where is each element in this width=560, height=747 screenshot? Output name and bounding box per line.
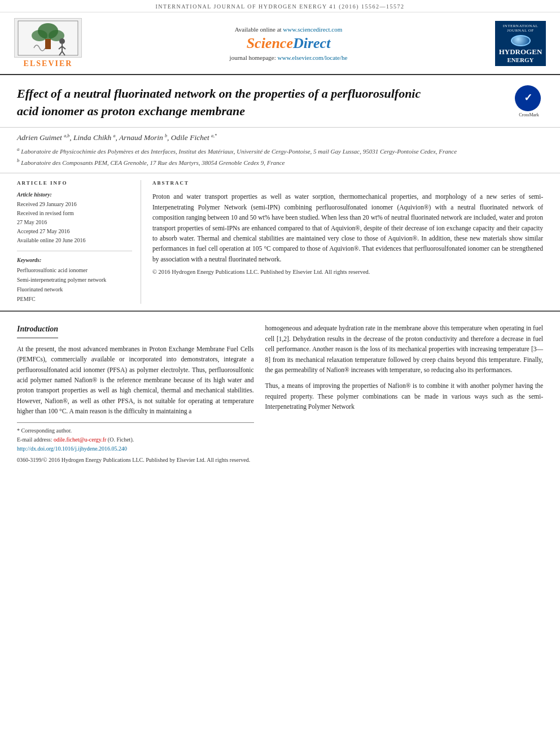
article-info-column: ARTICLE INFO Article history: Received 2… — [17, 180, 141, 304]
keyword-3: Fluorinated network — [17, 285, 132, 294]
crossmark-label: CrossMark — [515, 112, 543, 117]
keywords-section: Keywords: Perfluorosulfonic acid ionomer… — [17, 257, 132, 304]
issn-line: 0360-3199/© 2016 Hydrogen Energy Publica… — [17, 456, 254, 465]
article-info-abstract-section: ARTICLE INFO Article history: Received 2… — [0, 173, 560, 312]
author-email-link[interactable]: odile.fichet@u-cergy.fr — [54, 436, 106, 443]
article-history: Article history: Received 29 January 201… — [17, 191, 132, 245]
crossmark-circle: ✓ — [515, 85, 541, 111]
received-date: Received 29 January 2016 — [17, 200, 132, 209]
crossmark-badge[interactable]: ✓ CrossMark — [515, 85, 543, 113]
affiliation-a: a Laboratoire de Physicochimie des Polym… — [17, 146, 543, 156]
journal-logo-intl: International — [503, 24, 539, 28]
journal-logo-decoration — [511, 35, 531, 46]
abstract-copyright: © 2016 Hydrogen Energy Publications LLC.… — [152, 269, 543, 275]
authors-section: Adrien Guimet a,b, Linda Chikh a, Arnaud… — [0, 128, 560, 174]
article-title: Effect of a neutral fluorinated network … — [17, 85, 435, 120]
journal-ref-text: INTERNATIONAL JOURNAL OF HYDROGEN ENERGY… — [155, 3, 404, 10]
authors-line: Adrien Guimet a,b, Linda Chikh a, Arnaud… — [17, 133, 543, 143]
keyword-2: Semi-interpenetrating polymer network — [17, 275, 132, 285]
abstract-heading: ABSTRACT — [152, 180, 543, 186]
journal-logo-energy: ENERGY — [507, 56, 533, 63]
journal-logo-hydrogen: HYDROGEN — [499, 47, 542, 56]
available-online-date: Available online 20 June 2016 — [17, 236, 132, 245]
elsevier-tree-logo — [14, 18, 82, 58]
left-column: Introduction At the present, the most ad… — [17, 323, 254, 464]
affiliation-b: b Laboratoire des Composants PEM, CEA Gr… — [17, 157, 543, 167]
article-info-heading: ARTICLE INFO — [17, 180, 132, 186]
doi-anchor[interactable]: http://dx.doi.org/10.1016/j.ijhydene.201… — [17, 445, 127, 452]
journal-url[interactable]: www.elsevier.com/locate/he — [278, 54, 348, 61]
journal-logo: International Journal of HYDROGEN ENERGY — [492, 21, 549, 66]
article-history-label: Article history: — [17, 191, 132, 198]
accepted-date: Accepted 27 May 2016 — [17, 227, 132, 236]
info-divider — [17, 251, 132, 251]
elsevier-logo: ELSEVIER — [11, 18, 85, 68]
journal-header: ELSEVIER Available online at www.science… — [0, 12, 560, 75]
sciencedirect-logo-text: ScienceDirect — [93, 35, 484, 52]
revised-date: 27 May 2016 — [17, 218, 132, 227]
intro-paragraph-2: homogeneous and adequate hydration rate … — [265, 323, 543, 375]
svg-rect-5 — [45, 39, 51, 49]
article-title-section: Effect of a neutral fluorinated network … — [0, 75, 560, 128]
revised-label: Received in revised form — [17, 209, 132, 218]
abstract-column: ABSTRACT Proton and water transport prop… — [152, 180, 543, 304]
header-center: Available online at www.sciencedirect.co… — [85, 26, 492, 61]
main-content: Introduction At the present, the most ad… — [0, 312, 560, 475]
sciencedirect-url[interactable]: www.sciencedirect.com — [283, 26, 342, 33]
intro-paragraph-3: Thus, a means of improving the propertie… — [265, 381, 543, 412]
corresponding-note: * Corresponding author. — [17, 426, 254, 435]
keyword-1: Perfluorosulfonic acid ionomer — [17, 265, 132, 275]
introduction-heading: Introduction — [17, 323, 58, 338]
right-column: homogeneous and adequate hydration rate … — [265, 323, 543, 464]
footnote-area: * Corresponding author. E-mail address: … — [17, 422, 254, 465]
svg-text:✓: ✓ — [524, 92, 532, 103]
keywords-label: Keywords: — [17, 257, 132, 263]
email-note: E-mail address: odile.fichet@u-cergy.fr … — [17, 435, 254, 444]
journal-logo-box: International Journal of HYDROGEN ENERGY — [495, 21, 546, 66]
journal-homepage-text: journal homepage: www.elsevier.com/locat… — [93, 54, 484, 61]
doi-link: http://dx.doi.org/10.1016/j.ijhydene.201… — [17, 444, 254, 453]
journal-reference: INTERNATIONAL JOURNAL OF HYDROGEN ENERGY… — [0, 0, 560, 12]
elsevier-brand-text: ELSEVIER — [24, 59, 73, 68]
svg-point-3 — [32, 30, 47, 41]
abstract-text: Proton and water transport properties as… — [152, 191, 543, 264]
available-online-text: Available online at www.sciencedirect.co… — [93, 26, 484, 33]
intro-paragraph-1: At the present, the most advanced membra… — [17, 344, 254, 417]
journal-logo-journal: Journal of — [507, 28, 533, 33]
keyword-4: PEMFC — [17, 294, 132, 304]
svg-point-6 — [59, 38, 65, 44]
